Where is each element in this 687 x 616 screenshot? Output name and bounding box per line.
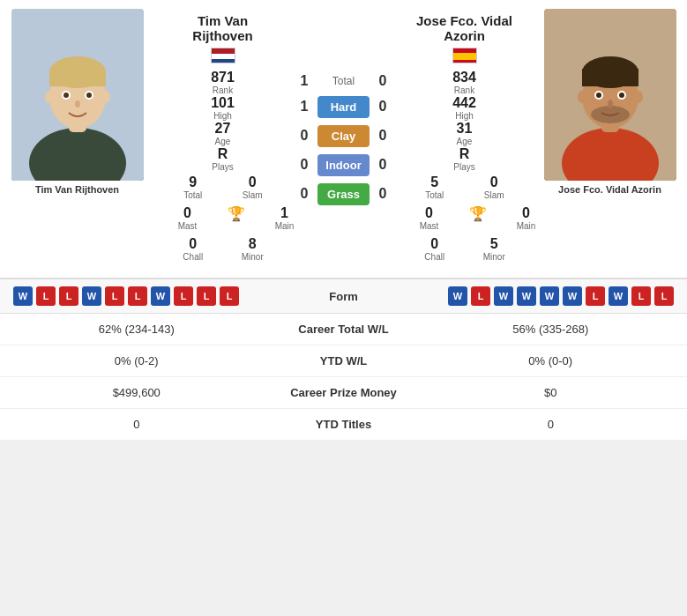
svg-point-8 bbox=[63, 93, 69, 98]
score-hard: 1 Hard 0 bbox=[295, 96, 392, 118]
stats-right-value: 0 bbox=[432, 418, 670, 431]
form-badge-right-w: W bbox=[448, 286, 467, 306]
left-chall: 0 Chall bbox=[168, 236, 217, 262]
form-badge-right-l: L bbox=[631, 286, 651, 306]
svg-point-22 bbox=[596, 93, 601, 98]
form-badge-right-w: W bbox=[494, 286, 513, 306]
form-badge-left-w: W bbox=[82, 286, 101, 306]
stats-row: 0YTD Titles0 bbox=[0, 409, 687, 440]
form-badge-left-l: L bbox=[220, 286, 239, 306]
right-player-image bbox=[544, 9, 676, 181]
left-minor: 8 Minor bbox=[228, 236, 277, 262]
form-badge-left-l: L bbox=[105, 286, 124, 306]
form-badge-left-l: L bbox=[59, 286, 78, 306]
stats-center-label: Career Prize Money bbox=[256, 386, 432, 399]
form-badge-left-l: L bbox=[128, 286, 147, 306]
left-high: 101 High bbox=[198, 95, 247, 121]
right-rank: 834 Rank bbox=[440, 70, 489, 95]
right-stats-row3: 0 Chall 5 Minor bbox=[405, 236, 524, 262]
form-badge-right-l: L bbox=[586, 286, 605, 306]
right-stats-row2: 0 Mast 🏆 0 Main bbox=[405, 205, 524, 231]
score-indoor: 0 Indoor 0 bbox=[295, 154, 392, 176]
right-age: 31 Age bbox=[440, 121, 489, 146]
svg-point-11 bbox=[45, 91, 54, 103]
stats-center-label: Career Total W/L bbox=[256, 323, 432, 336]
form-section: WLLWLLWLLL Form WLWWWWLWLL bbox=[0, 278, 687, 314]
form-badge-right-l: L bbox=[654, 286, 674, 306]
center-scores: 1 Total 0 1 Hard 0 0 Clay 0 0 Indoor 0 bbox=[291, 9, 396, 269]
form-badge-left-l: L bbox=[174, 286, 193, 306]
svg-point-12 bbox=[101, 91, 110, 103]
right-player-label: Jose Fco. Vidal Azorin bbox=[558, 184, 661, 195]
players-section: Tim Van Rijthoven Tim Van Rijthoven 871 … bbox=[0, 0, 687, 278]
score-hard-right: 0 bbox=[374, 99, 392, 115]
form-badge-left-l: L bbox=[197, 286, 216, 306]
grass-surface-button[interactable]: Grass bbox=[317, 183, 370, 205]
svg-rect-5 bbox=[49, 69, 106, 86]
left-player-stats: Tim Van Rijthoven 871 Rank 101 High 27 bbox=[154, 9, 291, 269]
score-clay: 0 Clay 0 bbox=[295, 125, 392, 147]
form-badge-right-w: W bbox=[517, 286, 536, 306]
left-player-name: Tim Van Rijthoven bbox=[192, 13, 252, 43]
hard-surface-button[interactable]: Hard bbox=[317, 96, 370, 118]
right-plays: R Plays bbox=[440, 146, 489, 172]
clay-surface-button[interactable]: Clay bbox=[317, 125, 370, 147]
left-mast: 0 Mast bbox=[163, 205, 212, 231]
svg-point-23 bbox=[619, 93, 624, 98]
left-total: 9 Total bbox=[168, 174, 217, 200]
stats-center-label: YTD W/L bbox=[256, 354, 432, 367]
right-slam: 0 Slam bbox=[470, 174, 519, 200]
stats-right-value: 0% (0-0) bbox=[432, 354, 670, 367]
score-clay-right: 0 bbox=[374, 128, 392, 144]
score-hard-left: 1 bbox=[295, 99, 313, 115]
svg-point-9 bbox=[86, 93, 92, 98]
stats-left-value: $499,600 bbox=[18, 386, 256, 399]
score-grass: 0 Grass 0 bbox=[295, 183, 392, 205]
left-trophy-icon: 🏆 bbox=[212, 205, 260, 231]
form-badge-left-w: W bbox=[151, 286, 170, 306]
form-badge-right-w: W bbox=[563, 286, 582, 306]
right-player-stats: Jose Fco. Vidal Azorin 834 Rank 442 High… bbox=[396, 9, 533, 269]
stats-left-value: 0% (0-2) bbox=[18, 354, 256, 367]
form-left: WLLWLLWLLL bbox=[13, 286, 278, 306]
score-indoor-left: 0 bbox=[295, 157, 313, 173]
svg-point-26 bbox=[634, 91, 643, 103]
score-grass-left: 0 bbox=[295, 186, 313, 202]
left-rank: 871 Rank bbox=[198, 70, 247, 95]
form-badge-right-l: L bbox=[471, 286, 490, 306]
stats-row: 0% (0-2)YTD W/L0% (0-0) bbox=[0, 345, 687, 377]
stats-row: $499,600Career Prize Money$0 bbox=[0, 377, 687, 409]
right-player-flag bbox=[452, 47, 478, 64]
left-stats-row2: 0 Mast 🏆 1 Main bbox=[163, 205, 282, 231]
svg-point-10 bbox=[75, 100, 80, 108]
score-total-left: 1 bbox=[295, 73, 313, 89]
right-trophy-icon: 🏆 bbox=[453, 205, 502, 231]
form-badge-right-w: W bbox=[540, 286, 559, 306]
score-total: 1 Total 0 bbox=[295, 73, 392, 89]
stats-left-value: 62% (234-143) bbox=[18, 323, 256, 336]
career-stats-table: 62% (234-143)Career Total W/L56% (335-26… bbox=[0, 314, 687, 440]
right-mast: 0 Mast bbox=[405, 205, 453, 231]
left-player-flag bbox=[210, 47, 236, 64]
score-indoor-right: 0 bbox=[374, 157, 392, 173]
form-badge-left-w: W bbox=[13, 286, 33, 306]
form-badge-left-l: L bbox=[36, 286, 56, 306]
main-container: Tim Van Rijthoven Tim Van Rijthoven 871 … bbox=[0, 0, 687, 440]
right-high: 442 High bbox=[440, 95, 489, 121]
score-total-right: 0 bbox=[374, 73, 392, 89]
score-clay-left: 0 bbox=[295, 128, 313, 144]
left-stats-row3: 0 Chall 8 Minor bbox=[163, 236, 282, 262]
left-player-photo: Tim Van Rijthoven bbox=[0, 9, 154, 269]
indoor-surface-button[interactable]: Indoor bbox=[317, 154, 370, 176]
stats-left-value: 0 bbox=[18, 418, 256, 431]
stats-right-value: $0 bbox=[432, 386, 670, 399]
form-badge-right-w: W bbox=[609, 286, 628, 306]
score-grass-right: 0 bbox=[374, 186, 392, 202]
svg-point-24 bbox=[608, 100, 613, 108]
left-player-image bbox=[11, 9, 144, 181]
stats-right-value: 56% (335-268) bbox=[432, 323, 670, 336]
score-total-label: Total bbox=[326, 75, 362, 87]
stats-center-label: YTD Titles bbox=[256, 418, 432, 431]
right-player-photo: Jose Fco. Vidal Azorin bbox=[533, 9, 687, 269]
right-minor: 5 Minor bbox=[470, 236, 519, 262]
